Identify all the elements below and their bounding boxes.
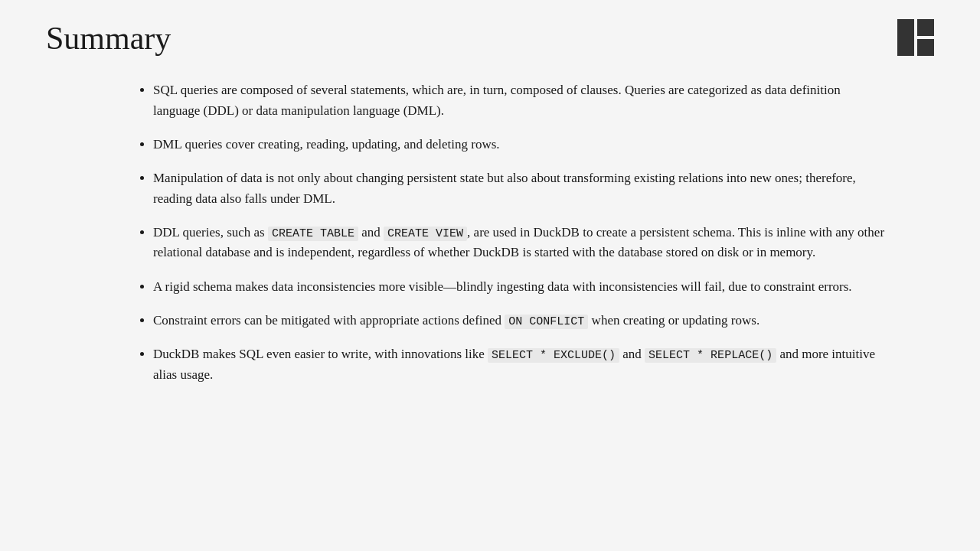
bullet-text: DuckDB makes SQL even easier to write, w… (153, 347, 875, 381)
bullet-text: Constraint errors can be mitigated with … (153, 313, 760, 328)
summary-list: SQL queries are composed of several stat… (138, 80, 888, 385)
logo-right-top (917, 19, 934, 36)
bullet-text: SQL queries are composed of several stat… (153, 83, 841, 117)
bullet-text: DDL queries, such as CREATE TABLE and CR… (153, 225, 884, 259)
code-create-table: CREATE TABLE (268, 227, 358, 241)
code-create-view: CREATE VIEW (384, 227, 467, 241)
list-item: DuckDB makes SQL even easier to write, w… (153, 344, 888, 385)
list-item: A rigid schema makes data inconsistencie… (153, 277, 888, 297)
bullet-text: Manipulation of data is not only about c… (153, 171, 856, 205)
publisher-logo (897, 15, 934, 56)
code-select-exclude: SELECT * EXCLUDE() (488, 348, 619, 363)
logo-right-bars (917, 19, 934, 56)
logo-left-bar (897, 19, 914, 56)
bullet-text: A rigid schema makes data inconsistencie… (153, 279, 852, 294)
list-item: Manipulation of data is not only about c… (153, 168, 888, 209)
list-item: Constraint errors can be mitigated with … (153, 311, 888, 331)
page-title: Summary (46, 15, 171, 57)
header: Summary (46, 15, 934, 57)
bullet-text: DML queries cover creating, reading, upd… (153, 137, 500, 152)
list-item: SQL queries are composed of several stat… (153, 80, 888, 121)
code-on-conflict: ON CONFLICT (505, 315, 588, 329)
list-item: DML queries cover creating, reading, upd… (153, 135, 888, 155)
list-item: DDL queries, such as CREATE TABLE and CR… (153, 223, 888, 263)
logo-right-bottom (917, 39, 934, 56)
page-container: Summary SQL queries are composed of seve… (0, 0, 980, 551)
code-select-replace: SELECT * REPLACE() (645, 348, 776, 363)
content-area: SQL queries are composed of several stat… (46, 80, 934, 385)
